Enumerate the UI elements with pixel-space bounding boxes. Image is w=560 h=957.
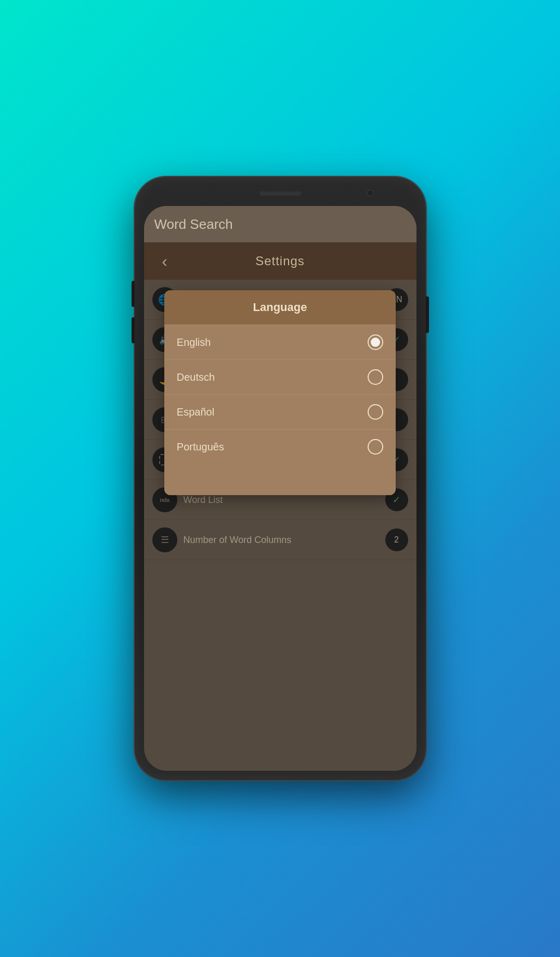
volume-up-button[interactable] (132, 281, 135, 307)
back-icon: ‹ (162, 252, 167, 271)
front-camera (367, 189, 374, 197)
screen-layout: Word Search ‹ Settings 🌐 (144, 206, 416, 771)
main-content: 🌐 Language EN 🔊 Sound (144, 280, 416, 771)
portugues-label: Português (177, 441, 368, 453)
language-option-english[interactable]: English (164, 325, 396, 359)
settings-title: Settings (255, 254, 305, 268)
deutsch-label: Deutsch (177, 371, 368, 383)
deutsch-radio[interactable] (368, 369, 383, 385)
english-label: English (177, 337, 368, 348)
back-button[interactable]: ‹ (154, 251, 175, 271)
dialog-overlay: Language English Deutsch (144, 280, 416, 771)
dialog-footer (164, 464, 396, 495)
english-radio-inner (371, 338, 380, 347)
speaker (259, 191, 301, 196)
app-title: Word Search (154, 216, 233, 232)
volume-down-button[interactable] (132, 317, 135, 343)
dialog-title: Language (164, 290, 396, 325)
phone-device: Word Search ‹ Settings 🌐 (135, 177, 426, 780)
language-option-portugues[interactable]: Português (164, 429, 396, 464)
phone-screen: Word Search ‹ Settings 🌐 (144, 206, 416, 771)
language-option-deutsch[interactable]: Deutsch (164, 359, 396, 394)
notch-area (144, 186, 416, 206)
language-option-espanol[interactable]: Español (164, 394, 396, 429)
power-button[interactable] (426, 296, 429, 333)
espanol-radio[interactable] (368, 404, 383, 420)
portugues-radio[interactable] (368, 439, 383, 455)
english-radio[interactable] (368, 334, 383, 350)
language-dialog: Language English Deutsch (164, 290, 396, 495)
dialog-title-text: Language (253, 301, 307, 314)
settings-header: ‹ Settings (144, 242, 416, 280)
espanol-label: Español (177, 406, 368, 418)
app-title-bar: Word Search (144, 206, 416, 242)
